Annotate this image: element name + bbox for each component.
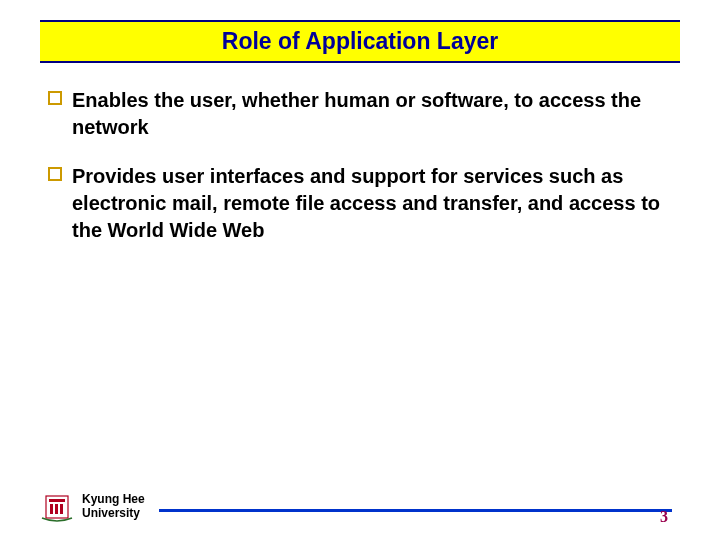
bullet-text: Provides user interfaces and support for… — [72, 163, 672, 244]
university-name-line2: University — [82, 507, 145, 521]
svg-rect-3 — [55, 504, 58, 514]
bullet-text: Enables the user, whether human or softw… — [72, 87, 672, 141]
university-name-line1: Kyung Hee — [82, 493, 145, 507]
slide-title: Role of Application Layer — [40, 28, 680, 55]
university-name: Kyung Hee University — [82, 493, 145, 521]
svg-rect-4 — [60, 504, 63, 514]
svg-rect-2 — [50, 504, 53, 514]
square-bullet-icon — [48, 167, 62, 181]
slide-body: Enables the user, whether human or softw… — [0, 63, 720, 244]
bullet-item: Provides user interfaces and support for… — [48, 163, 672, 244]
svg-rect-1 — [49, 499, 65, 502]
square-bullet-icon — [48, 91, 62, 105]
university-logo-icon — [40, 492, 74, 522]
footer-divider — [159, 509, 672, 512]
title-bar: Role of Application Layer — [40, 20, 680, 63]
page-number: 3 — [660, 508, 668, 526]
bullet-item: Enables the user, whether human or softw… — [48, 87, 672, 141]
slide-footer: Kyung Hee University 3 — [40, 492, 680, 522]
